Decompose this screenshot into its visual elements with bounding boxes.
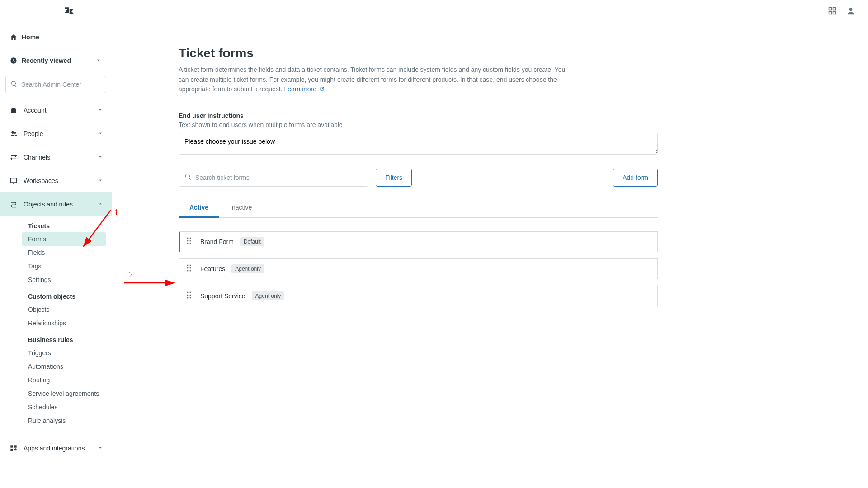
apps-icon	[10, 445, 24, 452]
svg-point-13	[190, 238, 191, 239]
drag-handle-icon[interactable]	[187, 237, 191, 246]
instructions-input[interactable]	[179, 133, 658, 155]
row-accent	[179, 259, 180, 279]
cat-objects-rules[interactable]: Objects and rules	[0, 192, 112, 216]
chevron-down-icon	[97, 177, 104, 185]
chevron-down-icon	[97, 445, 104, 452]
sub-fields[interactable]: Fields	[0, 246, 112, 259]
sub-relationships[interactable]: Relationships	[0, 316, 112, 330]
instructions-help: Text shown to end users when multiple fo…	[179, 121, 658, 128]
sub-rule-analysis[interactable]: Rule analysis	[0, 414, 112, 427]
form-badge: Agent only	[231, 264, 264, 273]
topbar	[0, 0, 868, 23]
nav-recent-label: Recently viewed	[22, 57, 95, 64]
group-business-rules: Business rules	[0, 330, 112, 346]
svg-rect-10	[14, 445, 16, 447]
form-name: Brand Form	[200, 238, 234, 245]
cat-apps[interactable]: Apps and integrations	[0, 436, 112, 460]
svg-point-15	[190, 240, 191, 242]
account-icon	[10, 107, 24, 114]
sub-objects[interactable]: Objects	[0, 303, 112, 316]
svg-point-7	[14, 132, 16, 134]
svg-point-12	[187, 238, 189, 239]
form-row[interactable]: Features Agent only	[179, 258, 658, 279]
cat-workspaces[interactable]: Workspaces	[0, 169, 112, 192]
profile-icon[interactable]	[846, 6, 855, 17]
svg-rect-11	[10, 449, 13, 451]
drag-handle-icon[interactable]	[187, 264, 191, 273]
svg-point-6	[11, 131, 14, 134]
apps-grid-icon[interactable]	[828, 7, 836, 16]
sub-forms[interactable]: Forms	[22, 232, 106, 246]
sub-automations[interactable]: Automations	[0, 360, 112, 373]
chevron-down-icon	[97, 107, 104, 114]
nav-home-label: Home	[22, 33, 102, 41]
main: Ticket forms A ticket form determines th…	[113, 23, 868, 488]
svg-rect-1	[833, 8, 836, 10]
people-icon	[10, 130, 24, 137]
svg-point-21	[190, 267, 191, 269]
svg-rect-9	[10, 445, 13, 447]
svg-point-16	[187, 243, 189, 244]
svg-point-26	[187, 295, 189, 296]
chevron-down-icon	[95, 57, 102, 65]
cat-workspaces-label: Workspaces	[24, 177, 97, 184]
search-forms[interactable]	[179, 169, 368, 187]
group-tickets: Tickets	[0, 216, 112, 232]
sidebar: Home Recently viewed	[0, 23, 113, 488]
svg-point-27	[190, 295, 191, 296]
tab-active[interactable]: Active	[179, 198, 219, 218]
svg-point-20	[187, 267, 189, 269]
svg-point-19	[190, 265, 191, 266]
svg-point-23	[190, 270, 191, 272]
sub-settings[interactable]: Settings	[0, 273, 112, 286]
workspaces-icon	[10, 177, 24, 184]
svg-point-22	[187, 270, 189, 272]
cat-objects-label: Objects and rules	[24, 201, 97, 208]
svg-point-4	[849, 8, 853, 11]
clock-icon	[10, 57, 22, 64]
svg-point-24	[187, 292, 189, 293]
sub-tags[interactable]: Tags	[0, 259, 112, 273]
tab-inactive[interactable]: Inactive	[219, 198, 263, 217]
cat-people[interactable]: People	[0, 122, 112, 145]
form-badge: Default	[240, 237, 264, 246]
drag-handle-icon[interactable]	[187, 291, 191, 300]
sub-triggers[interactable]: Triggers	[0, 346, 112, 360]
cat-apps-label: Apps and integrations	[24, 445, 97, 452]
svg-point-28	[187, 297, 189, 299]
forms-tabs: Active Inactive	[179, 198, 658, 218]
chevron-down-icon	[97, 154, 104, 161]
form-badge: Agent only	[252, 291, 285, 300]
sub-sla[interactable]: Service level agreements	[0, 387, 112, 400]
svg-rect-2	[829, 12, 832, 14]
zendesk-logo	[65, 6, 74, 17]
home-icon	[10, 33, 22, 41]
nav-home[interactable]: Home	[0, 25, 112, 49]
search-forms-input[interactable]	[195, 174, 363, 181]
group-custom-objects: Custom objects	[0, 286, 112, 303]
cat-account[interactable]: Account	[0, 99, 112, 122]
admin-search[interactable]	[5, 76, 106, 93]
filters-button[interactable]: Filters	[376, 169, 412, 187]
form-row[interactable]: Brand Form Default	[179, 231, 658, 252]
form-name: Features	[200, 265, 225, 272]
svg-point-29	[190, 297, 191, 299]
search-icon	[184, 173, 192, 182]
search-icon	[10, 80, 18, 89]
channels-icon	[10, 154, 24, 161]
svg-point-25	[190, 292, 191, 293]
svg-point-14	[187, 240, 189, 242]
sub-routing[interactable]: Routing	[0, 373, 112, 387]
forms-list: Brand Form Default Features Agent only	[179, 231, 658, 306]
topbar-actions	[828, 6, 855, 17]
learn-more-link[interactable]: Learn more	[284, 85, 324, 93]
nav-recent[interactable]: Recently viewed	[0, 49, 112, 72]
add-form-button[interactable]: Add form	[613, 169, 658, 187]
sub-schedules[interactable]: Schedules	[0, 400, 112, 414]
admin-search-input[interactable]	[21, 81, 101, 88]
objects-icon	[10, 201, 24, 208]
page-description: A ticket form determines the fields and …	[179, 65, 572, 95]
cat-channels[interactable]: Channels	[0, 145, 112, 169]
form-row[interactable]: Support Service Agent only	[179, 286, 658, 306]
